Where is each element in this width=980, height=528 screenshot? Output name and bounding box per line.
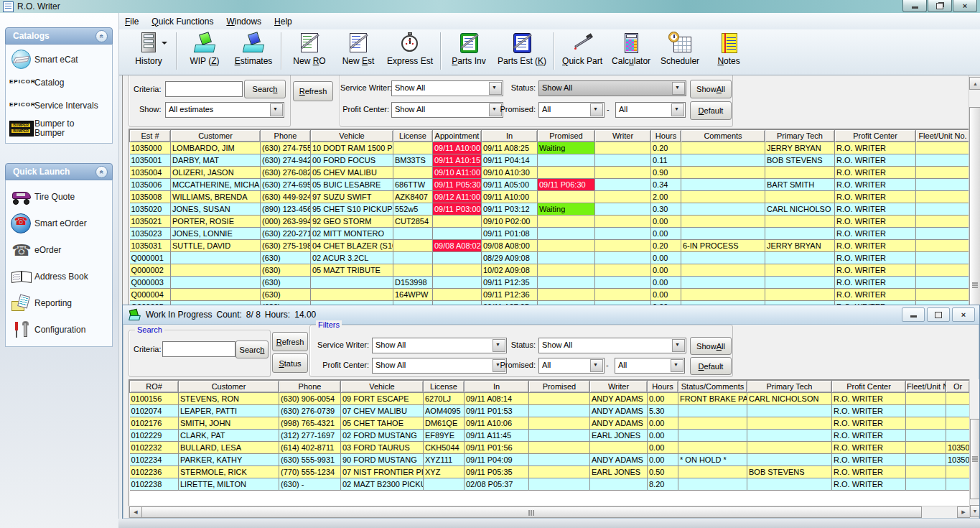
table-cell[interactable] bbox=[433, 264, 482, 277]
table-cell[interactable]: EF89YE bbox=[424, 430, 465, 442]
table-cell[interactable]: STEVENS, RON bbox=[179, 393, 279, 405]
table-cell[interactable]: 03 FORD TAURUS bbox=[341, 442, 424, 454]
table-cell[interactable]: (614) 402-8711 bbox=[279, 442, 341, 454]
table-cell[interactable]: 09/08 A08:00 bbox=[482, 240, 538, 252]
table-cell[interactable] bbox=[906, 466, 946, 478]
table-row[interactable]: Q000003(630)D15399809/11 P12:350.00R.O. … bbox=[130, 277, 970, 289]
table-cell[interactable] bbox=[433, 277, 482, 289]
menu-help[interactable]: Help bbox=[268, 14, 299, 29]
history-dropdown-arrow[interactable] bbox=[162, 42, 167, 47]
profit-center-dropdown[interactable]: Show All bbox=[372, 358, 507, 374]
wip-minimize-button[interactable] bbox=[902, 307, 925, 322]
table-cell[interactable]: 0102074 bbox=[130, 405, 179, 417]
table-cell[interactable]: 09/11 P04:14 bbox=[482, 154, 538, 167]
estimates-button[interactable]: Estimates bbox=[229, 29, 278, 68]
table-cell[interactable]: 552w5 bbox=[393, 203, 433, 216]
table-cell[interactable] bbox=[916, 240, 970, 252]
table-cell[interactable] bbox=[538, 191, 595, 203]
close-button[interactable]: × bbox=[953, 0, 977, 12]
table-cell[interactable] bbox=[681, 289, 765, 301]
column-header[interactable]: Profit Center bbox=[832, 381, 906, 393]
table-cell[interactable]: 0.00 bbox=[648, 417, 678, 430]
table-cell[interactable]: JERRY BRYAN bbox=[765, 240, 835, 252]
table-cell[interactable] bbox=[906, 478, 946, 491]
table-cell[interactable] bbox=[529, 417, 590, 430]
table-row[interactable]: 0102074LEAPER, PATTI(630) 276-073907 CHE… bbox=[130, 405, 970, 417]
table-cell[interactable] bbox=[538, 289, 595, 301]
table-row[interactable]: 0102232BULLARD, LESA(614) 402-871103 FOR… bbox=[130, 442, 970, 454]
table-cell[interactable]: Q000003 bbox=[130, 277, 171, 289]
wip-horizontal-scrollbar[interactable]: ◀ ▶ bbox=[129, 506, 970, 518]
table-cell[interactable]: 09/11 P05:35 bbox=[465, 466, 529, 478]
table-cell[interactable]: AZK8407 bbox=[393, 191, 433, 203]
table-cell[interactable]: EARL JONES bbox=[590, 466, 648, 478]
history-button[interactable]: History bbox=[124, 29, 173, 68]
table-cell[interactable]: (630) 276-0828 bbox=[261, 167, 311, 179]
table-cell[interactable]: 09/11 A11:45 bbox=[465, 430, 529, 442]
sidebar-item-reporting[interactable]: Reporting bbox=[7, 290, 112, 317]
table-cell[interactable]: 05 MAZT TRIBUTE bbox=[311, 264, 393, 277]
table-cell[interactable]: 09/11 P01:08 bbox=[482, 228, 538, 240]
status-dropdown[interactable]: Show All bbox=[538, 80, 686, 96]
table-cell[interactable] bbox=[906, 430, 946, 442]
table-cell[interactable]: LIRETTE, MILTON bbox=[179, 478, 279, 491]
table-cell[interactable]: Q000004 bbox=[130, 289, 171, 301]
restore-button[interactable] bbox=[928, 0, 952, 12]
table-cell[interactable] bbox=[906, 442, 946, 454]
table-cell[interactable] bbox=[433, 216, 482, 228]
table-cell[interactable] bbox=[538, 264, 595, 277]
table-cell[interactable]: (630) 220-2711 bbox=[261, 228, 311, 240]
table-row[interactable]: 1035006MCCATHERINE, MICHA(630) 274-69580… bbox=[130, 179, 970, 191]
table-cell[interactable]: (770) 555-1234 bbox=[279, 466, 341, 478]
minimize-button[interactable] bbox=[902, 0, 927, 12]
table-cell[interactable]: 1035020 bbox=[130, 203, 171, 216]
table-cell[interactable] bbox=[433, 228, 482, 240]
table-cell[interactable] bbox=[916, 252, 970, 264]
table-cell[interactable]: R.O. WRITER bbox=[835, 289, 916, 301]
table-cell[interactable]: 1035031 bbox=[130, 240, 171, 252]
sidebar-item-bumper-to-bumper[interactable]: BUMPERBUMPER Bumper to Bumper bbox=[7, 117, 112, 140]
table-cell[interactable]: R.O. WRITER bbox=[832, 393, 906, 405]
service-writer-dropdown[interactable]: Show All bbox=[391, 80, 503, 96]
table-cell[interactable]: 09/11 P05:30 bbox=[433, 179, 482, 191]
table-row[interactable]: 1035023JONES, LONNIE(630) 220-271102 MIT… bbox=[130, 228, 970, 240]
table-cell[interactable] bbox=[916, 154, 970, 167]
table-cell[interactable] bbox=[538, 154, 595, 167]
refresh-button[interactable]: Refresh bbox=[272, 332, 308, 351]
table-cell[interactable]: 2.00 bbox=[651, 191, 681, 203]
table-cell[interactable]: R.O. WRITER bbox=[835, 264, 916, 277]
table-row[interactable]: 1035004OLIZERI, JASON(630) 276-082805 CH… bbox=[130, 167, 970, 179]
table-cell[interactable] bbox=[393, 264, 433, 277]
notes-button[interactable]: Notes bbox=[704, 29, 753, 68]
table-cell[interactable] bbox=[916, 179, 970, 191]
table-cell[interactable]: DARBY, MAT bbox=[171, 154, 261, 167]
table-cell[interactable]: D153998 bbox=[393, 277, 433, 289]
table-cell[interactable]: R.O. WRITER bbox=[835, 179, 916, 191]
table-cell[interactable]: 1035008 bbox=[130, 191, 171, 203]
table-cell[interactable]: 0102229 bbox=[130, 430, 179, 442]
table-cell[interactable]: R.O. WRITER bbox=[835, 203, 916, 216]
table-cell[interactable] bbox=[595, 228, 651, 240]
table-row[interactable]: Q000001(630)02 ACUR 3.2CL08/29 A09:080.0… bbox=[130, 252, 970, 264]
table-cell[interactable] bbox=[529, 393, 590, 405]
table-cell[interactable] bbox=[538, 216, 595, 228]
table-cell[interactable] bbox=[595, 179, 651, 191]
table-cell[interactable]: 07 NIST FRONTIER PI bbox=[341, 466, 424, 478]
table-cell[interactable]: 0.00 bbox=[648, 442, 678, 454]
table-cell[interactable] bbox=[765, 277, 835, 289]
table-cell[interactable]: R.O. WRITER bbox=[832, 417, 906, 430]
table-cell[interactable]: 0102232 bbox=[130, 442, 179, 454]
table-cell[interactable]: Waiting bbox=[538, 142, 595, 154]
table-cell[interactable]: 0.20 bbox=[651, 142, 681, 154]
table-cell[interactable] bbox=[765, 167, 835, 179]
table-cell[interactable] bbox=[946, 405, 970, 417]
criteria-input[interactable] bbox=[165, 81, 243, 97]
column-header[interactable]: RO# bbox=[130, 381, 179, 393]
search-button[interactable]: Search bbox=[235, 341, 269, 358]
wip-restore-button[interactable] bbox=[927, 307, 950, 322]
table-cell[interactable]: 09/10 P02:00 bbox=[482, 216, 538, 228]
table-cell[interactable]: 0.00 bbox=[651, 228, 681, 240]
table-cell[interactable]: (630) 449-9243 bbox=[261, 191, 311, 203]
table-cell[interactable]: 09/11 A10:00 bbox=[433, 142, 482, 154]
table-cell[interactable]: 0.00 bbox=[651, 252, 681, 264]
